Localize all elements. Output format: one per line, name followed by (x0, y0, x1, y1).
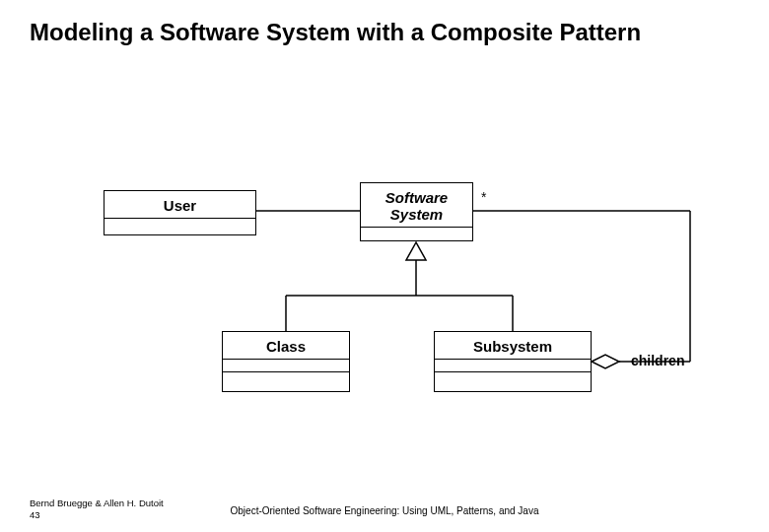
uml-divider (105, 218, 255, 231)
uml-connectors (0, 0, 769, 532)
footer-book-title: Object-Oriented Software Engineering: Us… (0, 505, 769, 516)
slide-title: Modeling a Software System with a Compos… (30, 18, 720, 47)
uml-divider (435, 371, 591, 384)
uml-class-user-name: User (105, 191, 255, 218)
uml-class-class: Class (222, 331, 350, 392)
uml-class-user: User (104, 190, 256, 235)
aggregation-diamond (592, 355, 619, 368)
uml-class-subsystem: Subsystem (434, 331, 592, 392)
uml-class-software-system: Software System (360, 182, 473, 241)
uml-divider (435, 359, 591, 371)
uml-class-software-system-name: Software System (361, 183, 472, 227)
uml-class-subsystem-name: Subsystem (435, 332, 591, 359)
multiplicity-star-label: * (481, 189, 486, 205)
uml-divider (223, 371, 349, 384)
generalization-arrowhead (406, 242, 426, 260)
uml-class-class-name: Class (223, 332, 349, 359)
uml-divider (361, 227, 472, 239)
svg-marker-0 (406, 242, 426, 260)
svg-marker-5 (592, 355, 619, 368)
children-role-label: children (631, 353, 684, 368)
uml-divider (223, 359, 349, 371)
